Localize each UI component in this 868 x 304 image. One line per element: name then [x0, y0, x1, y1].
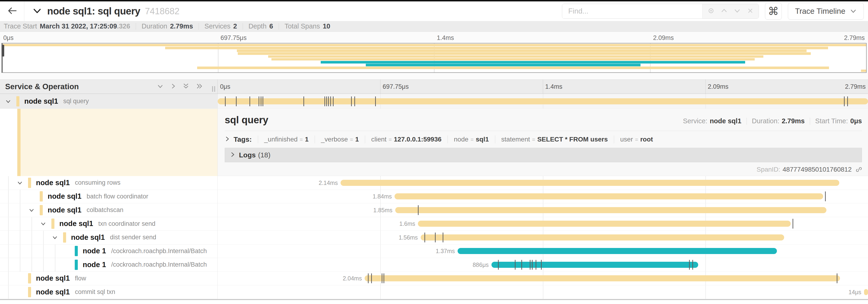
- tag-item[interactable]: node=sql1: [454, 136, 489, 143]
- detail-indent-guide: [17, 109, 21, 176]
- span-tree-item[interactable]: node 1/cockroach.roachpb.Internal/Batch: [0, 258, 218, 272]
- span-tree-item[interactable]: node sql1txn coordinator send: [0, 217, 218, 231]
- expand-all-button[interactable]: [195, 83, 204, 91]
- link-icon[interactable]: [855, 166, 863, 173]
- tag-item[interactable]: _verbose=1: [321, 136, 359, 143]
- operation-name: batch flow coordinator: [87, 193, 148, 200]
- logs-accordion-header[interactable]: Logs (18): [225, 148, 862, 162]
- tag-value: sql1: [476, 136, 489, 143]
- span-tree-item[interactable]: node sql1dist sender send: [0, 231, 218, 244]
- span-tree-item[interactable]: node sql1sql query: [0, 94, 218, 109]
- span-bar-cell[interactable]: 1.56ms: [218, 231, 868, 244]
- chevron-down-icon: [733, 7, 741, 15]
- match-locate-button[interactable]: [705, 4, 718, 19]
- span-bar-cell[interactable]: 2.14ms: [218, 176, 868, 190]
- collapse-all-button[interactable]: [182, 82, 189, 91]
- span-bar-cell[interactable]: 886μs: [218, 258, 868, 272]
- span-bar[interactable]: [864, 289, 868, 295]
- tag-item[interactable]: statement=SELECT * FROM users: [501, 136, 608, 143]
- header-actions: ⌘ Trace Timeline: [562, 3, 868, 20]
- span-bar[interactable]: [418, 221, 790, 227]
- column-resize-handle[interactable]: [212, 86, 215, 92]
- trace-collapse-toggle[interactable]: [32, 6, 42, 16]
- service-name: node 1: [83, 247, 106, 255]
- tag-key: _verbose: [321, 136, 348, 143]
- log-tick: [847, 96, 848, 106]
- span-duration-label: 2.04ms: [343, 275, 362, 282]
- trace-view-selector[interactable]: Trace Timeline: [788, 3, 864, 20]
- span-bar[interactable]: [395, 207, 827, 213]
- timeline-header-left: Service & Operation: [0, 80, 218, 94]
- span-duration-label: 1.6ms: [399, 221, 415, 227]
- tag-item[interactable]: _unfinished=1: [264, 136, 309, 143]
- span-color-bar: [63, 232, 66, 243]
- log-tick: [303, 96, 304, 106]
- span-bar-cell[interactable]: 1.37ms: [218, 244, 868, 258]
- span-bar[interactable]: [341, 180, 839, 186]
- span-bar[interactable]: [395, 193, 823, 199]
- span-row[interactable]: node sql1txn coordinator send1.6ms: [0, 217, 868, 231]
- span-row[interactable]: node sql1sql query: [0, 94, 868, 109]
- minimap-row: [2, 46, 866, 49]
- span-row[interactable]: node sql1colbatchscan1.85ms: [0, 203, 868, 217]
- span-duration-label: 1.56ms: [399, 234, 418, 241]
- span-tree-item[interactable]: node sql1flow: [0, 272, 218, 285]
- span-row[interactable]: node sql1flow2.04ms: [0, 272, 868, 285]
- span-row[interactable]: node sql1commit sql txn14μs: [0, 285, 868, 299]
- span-bar[interactable]: [458, 248, 777, 254]
- span-tree-item[interactable]: node 1/cockroach.roachpb.Internal/Batch: [0, 244, 218, 258]
- chevron-down-icon[interactable]: [40, 221, 46, 226]
- span-row[interactable]: node sql1batch flow coordinator1.84ms: [0, 190, 868, 204]
- span-bar-cell[interactable]: 14μs: [218, 285, 868, 299]
- minimap-span-bar: [238, 52, 811, 55]
- tag-item[interactable]: client=127.0.0.1:59936: [371, 136, 441, 143]
- span-bar[interactable]: [492, 262, 698, 268]
- tag-key: client: [371, 136, 386, 143]
- back-button[interactable]: [0, 1, 24, 21]
- span-bar-cell[interactable]: 1.85ms: [218, 203, 868, 217]
- chevron-down-icon[interactable]: [29, 208, 35, 213]
- find-input[interactable]: [562, 4, 703, 19]
- span-row[interactable]: node 1/cockroach.roachpb.Internal/Batch8…: [0, 258, 868, 272]
- axis-tick-label: 2.09ms: [653, 34, 674, 41]
- span-tree-item[interactable]: node sql1batch flow coordinator: [0, 190, 218, 204]
- gridline: [543, 285, 543, 299]
- indent-guide: [8, 285, 9, 299]
- span-bar[interactable]: [218, 98, 868, 104]
- span-row[interactable]: node sql1dist sender send1.56ms: [0, 231, 868, 244]
- detail-meta-value: node sql1: [710, 117, 741, 125]
- span-bar-cell[interactable]: [218, 94, 868, 109]
- chevron-down-icon[interactable]: [17, 180, 23, 185]
- span-bar-cell[interactable]: 1.6ms: [218, 217, 868, 231]
- tags-accordion-header[interactable]: Tags: _unfinished=1_verbose=1client=127.…: [225, 131, 862, 148]
- span-row[interactable]: node sql1consuming rows2.14ms: [0, 176, 868, 190]
- minimap-span-bar: [272, 58, 754, 61]
- expand-one-button[interactable]: [170, 83, 176, 91]
- span-tree-item[interactable]: node sql1commit sql txn: [0, 285, 218, 299]
- axis-tick-label: 2.79ms: [845, 83, 866, 90]
- span-tree-item[interactable]: node sql1consuming rows: [0, 176, 218, 190]
- span-bar[interactable]: [421, 234, 784, 240]
- chevron-down-icon[interactable]: [5, 99, 11, 104]
- minimap-scrubber-handle[interactable]: [2, 45, 4, 57]
- indent-guide: [55, 244, 55, 258]
- chevron-down-icon[interactable]: [52, 235, 58, 240]
- span-bar-cell[interactable]: 1.84ms: [218, 190, 868, 204]
- span-bar[interactable]: [365, 275, 840, 281]
- trace-minimap[interactable]: [1, 43, 867, 73]
- tag-value: 127.0.0.1:59936: [394, 136, 441, 143]
- log-tick: [262, 96, 263, 106]
- indent-guide: [43, 231, 44, 244]
- span-color-bar: [40, 205, 43, 215]
- clear-find-button[interactable]: [744, 4, 757, 19]
- next-match-button[interactable]: [731, 4, 744, 19]
- minimap-span-bar: [366, 64, 641, 66]
- tag-item[interactable]: user=root: [620, 136, 653, 143]
- span-row[interactable]: node 1/cockroach.roachpb.Internal/Batch1…: [0, 244, 868, 258]
- collapse-one-button[interactable]: [157, 83, 164, 90]
- logs-count: (18): [258, 151, 271, 159]
- span-bar-cell[interactable]: 2.04ms: [218, 272, 868, 285]
- keyboard-shortcuts-button[interactable]: ⌘: [765, 3, 782, 20]
- prev-match-button[interactable]: [718, 4, 731, 19]
- span-tree-item[interactable]: node sql1colbatchscan: [0, 203, 218, 217]
